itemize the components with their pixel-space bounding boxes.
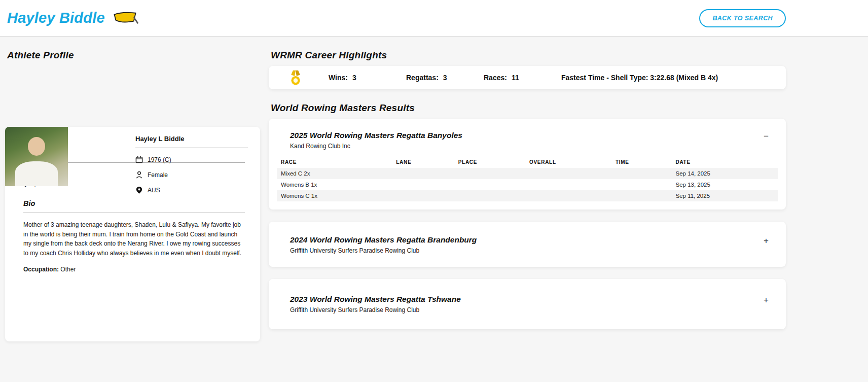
fastest-time: Fastest Time - Shell Type: 3:22.68 (Mixe… [561,74,774,82]
regatta-club: Griffith University Surfers Paradise Row… [290,247,477,254]
stat-races: Races:11 [484,74,561,82]
regatta-club: Griffith University Surfers Paradise Row… [290,306,461,314]
time-cell [611,168,672,179]
birth-year-value: 1976 (C) [148,156,171,163]
divider [23,213,245,213]
regatta-title: 2024 World Rowing Masters Regatta Brande… [290,235,477,245]
country-value: AUS [148,187,160,194]
place-cell [454,168,525,179]
divider [135,148,248,148]
col-overall: OVERALL [525,156,611,168]
regatta-header-2025[interactable]: 2025 World Rowing Masters Regatta Banyol… [277,131,778,150]
place-cell [454,179,525,190]
time-cell [611,179,672,190]
wins-value: 3 [352,74,356,82]
regatta-card-2025: 2025 World Rowing Masters Regatta Banyol… [269,119,786,210]
col-place: PLACE [454,156,525,168]
occupation-row: Occupation: Other [23,266,245,273]
regatta-header-2023[interactable]: 2023 World Rowing Masters Regatta Tshwan… [277,295,778,314]
date-cell: Sep 11, 2025 [671,190,778,201]
lane-cell [392,190,454,201]
expand-button[interactable]: + [761,295,772,305]
wins-label: Wins: [329,74,348,82]
athlete-photo [5,127,68,186]
career-section: WRMR Career Highlights Wins:3 Regattas:3… [269,37,786,341]
races-value: 11 [512,74,519,82]
time-cell [611,190,672,201]
races-label: Races: [484,74,507,82]
medal-icon [289,70,302,86]
bio-text: Mother of 3 amazing teenage daughters, S… [23,220,245,258]
birth-year-row: 1976 (C) [135,156,248,163]
country-row: AUS [135,186,248,194]
regatta-card-2023: 2023 World Rowing Masters Regatta Tshwan… [269,279,786,329]
regattas-value: 3 [443,74,447,82]
result-row: Womens B 1x Sep 13, 2025 [277,179,778,190]
collapse-button[interactable]: − [761,131,772,142]
race-cell: Womens C 1x [277,190,392,201]
page-title: Hayley Biddle [7,10,105,26]
athlete-full-name: Hayley L Biddle [135,135,248,143]
occupation-value: Other [60,266,76,273]
overall-cell [525,190,611,201]
regatta-club: Kand Rowing Club Inc [290,143,462,150]
regatta-title: 2025 World Rowing Masters Regatta Banyol… [290,131,462,140]
col-time: TIME [611,156,672,168]
athlete-profile-heading: Athlete Profile [7,50,260,61]
page-header: Hayley Biddle BACK TO SEARCH [0,0,868,37]
result-row: Womens C 1x Sep 11, 2025 [277,190,778,201]
person-icon [135,171,143,179]
career-highlights-card: Wins:3 Regattas:3 Races:11 Fastest Time … [269,66,786,89]
date-cell: Sep 14, 2025 [671,168,778,179]
athlete-profile-card: Hayley L Biddle 1976 (C) [5,127,260,341]
results-heading: World Rowing Masters Results [271,102,786,114]
col-race: RACE [277,156,392,168]
lane-cell [392,179,454,190]
race-cell: Mixed C 2x [277,168,392,179]
lane-cell [392,168,454,179]
col-lane: LANE [392,156,454,168]
stat-regattas: Regattas:3 [406,74,484,82]
back-to-search-button[interactable]: BACK TO SEARCH [699,9,786,27]
regatta-title-block: 2025 World Rowing Masters Regatta Banyol… [290,131,462,150]
career-highlights-heading: WRMR Career Highlights [271,50,786,61]
stat-wins: Wins:3 [329,74,406,82]
date-cell: Sep 13, 2025 [671,179,778,190]
rowing-oar-icon [112,11,138,25]
gender-value: Female [148,171,168,179]
regattas-label: Regattas: [406,74,439,82]
regatta-title: 2023 World Rowing Masters Regatta Tshwan… [290,295,461,304]
place-cell [454,190,525,201]
location-pin-icon [135,186,143,194]
table-header-row: RACE LANE PLACE OVERALL TIME DATE [277,156,778,168]
race-cell: Womens B 1x [277,179,392,190]
expand-button[interactable]: + [761,235,772,246]
regatta-card-2024: 2024 World Rowing Masters Regatta Brande… [269,222,786,267]
athlete-identity: Hayley L Biddle 1976 (C) [135,135,248,194]
athlete-profile-section: Athlete Profile Hayley L Biddle 1976 (C) [5,37,260,341]
regatta-header-2024[interactable]: 2024 World Rowing Masters Regatta Brande… [277,235,778,254]
regatta-title-block: 2023 World Rowing Masters Regatta Tshwan… [290,295,461,314]
result-row: Mixed C 2x Sep 14, 2025 [277,168,778,179]
results-table: RACE LANE PLACE OVERALL TIME DATE Mixed … [277,156,778,201]
regatta-title-block: 2024 World Rowing Masters Regatta Brande… [290,235,477,254]
overall-cell [525,179,611,190]
overall-cell [525,168,611,179]
calendar-icon [135,156,143,163]
main-content: Athlete Profile Hayley L Biddle 1976 (C) [5,37,786,341]
occupation-label: Occupation: [23,266,59,273]
bio-heading: Bio [23,199,245,207]
gender-row: Female [135,171,248,179]
col-date: DATE [671,156,778,168]
